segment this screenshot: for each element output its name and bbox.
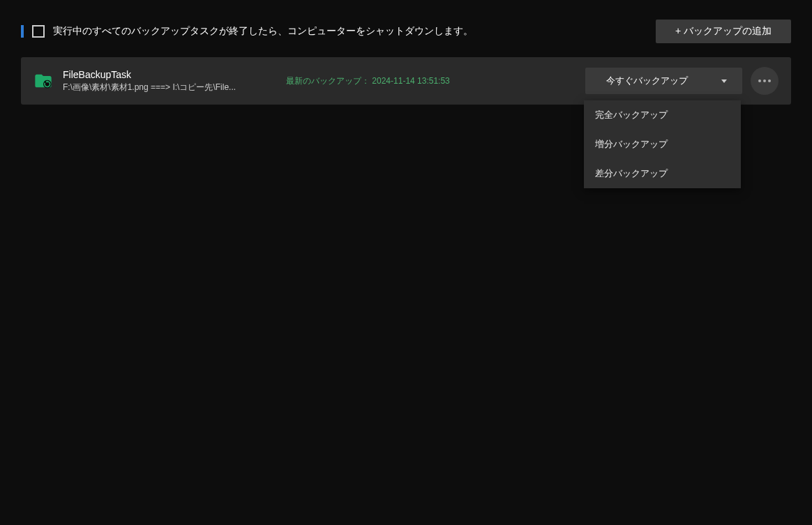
ellipsis-icon <box>758 79 771 82</box>
add-backup-button[interactable]: + バックアップの追加 <box>656 20 791 43</box>
dropdown-item-full-backup[interactable]: 完全バックアップ <box>584 100 741 130</box>
folder-backup-icon <box>33 71 53 91</box>
task-last-backup: 最新のバックアップ： 2024-11-14 13:51:53 <box>286 75 450 87</box>
backup-now-button[interactable]: 今すぐバックアップ <box>585 68 742 94</box>
accent-indicator <box>21 25 24 38</box>
dropdown-item-differential-backup[interactable]: 差分バックアップ <box>584 159 741 188</box>
backup-now-label: 今すぐバックアップ <box>601 75 693 87</box>
dropdown-item-label: 完全バックアップ <box>595 109 668 120</box>
dropdown-item-incremental-backup[interactable]: 増分バックアップ <box>584 130 741 159</box>
last-backup-label: 最新のバックアップ： <box>286 76 370 86</box>
last-backup-time: 2024-11-14 13:51:53 <box>372 76 449 86</box>
shutdown-label: 実行中のすべてのバックアップタスクが終了したら、コンピューターをシャットダウンし… <box>53 25 473 38</box>
add-backup-label: + バックアップの追加 <box>675 25 772 36</box>
backup-type-dropdown: 完全バックアップ 増分バックアップ 差分バックアップ <box>584 100 741 188</box>
more-options-button[interactable] <box>751 67 779 95</box>
task-path: F:\画像\素材\素材1.png ===> I:\コピー先\File... <box>63 82 272 93</box>
task-row: FileBackupTask F:\画像\素材\素材1.png ===> I:\… <box>21 57 791 105</box>
task-name: FileBackupTask <box>63 69 272 80</box>
dropdown-item-label: 差分バックアップ <box>595 168 668 178</box>
chevron-down-icon <box>721 79 727 83</box>
shutdown-checkbox[interactable] <box>32 25 45 38</box>
dropdown-item-label: 増分バックアップ <box>595 139 668 149</box>
